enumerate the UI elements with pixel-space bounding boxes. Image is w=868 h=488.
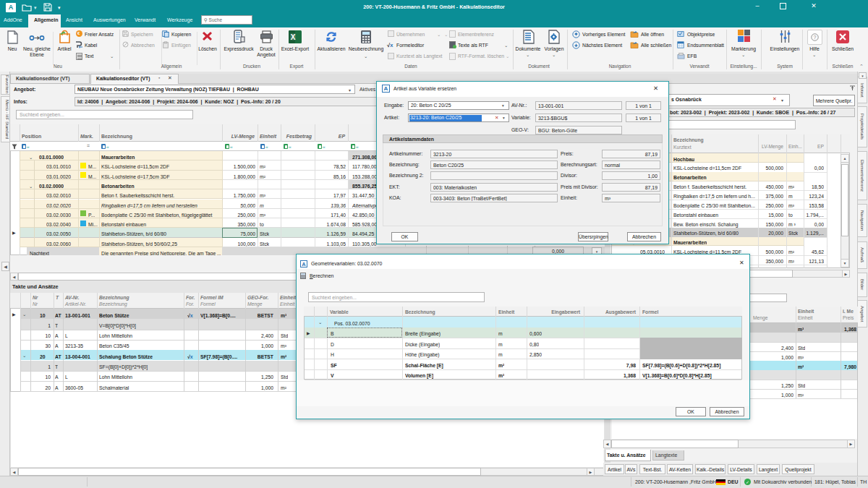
svg-text:X: X [291,33,296,41]
svg-text:?: ? [814,35,817,40]
